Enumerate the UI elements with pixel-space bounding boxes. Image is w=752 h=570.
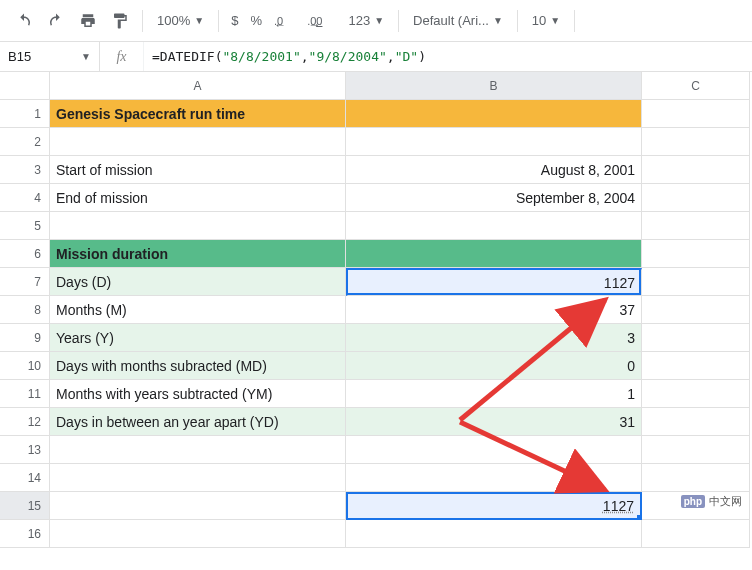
- chevron-down-icon: ▼: [493, 15, 503, 26]
- formula-arg2: "9/8/2004": [309, 49, 387, 64]
- cell-a6[interactable]: Mission duration: [50, 240, 346, 268]
- cell-a4[interactable]: End of mission: [50, 184, 346, 212]
- cell-a7[interactable]: Days (D): [50, 268, 346, 296]
- row-header[interactable]: 3: [0, 156, 50, 184]
- formula-input[interactable]: = DATEDIF ( "8/8/2001" , "9/8/2004" , "D…: [144, 42, 752, 71]
- cell-b10[interactable]: 0: [346, 352, 642, 380]
- cell-c1[interactable]: [642, 100, 750, 128]
- formula-comma: ,: [387, 49, 395, 64]
- cell-c5[interactable]: [642, 212, 750, 240]
- redo-button[interactable]: [42, 7, 70, 35]
- cell-b9[interactable]: 3: [346, 324, 642, 352]
- cell-b12[interactable]: 31: [346, 408, 642, 436]
- format-123-label: 123: [348, 13, 370, 28]
- cell-a9[interactable]: Years (Y): [50, 324, 346, 352]
- cell-c12[interactable]: [642, 408, 750, 436]
- selection-handle[interactable]: [637, 515, 642, 520]
- row-header[interactable]: 7: [0, 268, 50, 296]
- cell-b5[interactable]: [346, 212, 642, 240]
- row-header[interactable]: 9: [0, 324, 50, 352]
- column-header-b[interactable]: B: [346, 72, 642, 100]
- cell-a13[interactable]: [50, 436, 346, 464]
- cell-a2[interactable]: [50, 128, 346, 156]
- formula-arg3: "D": [395, 49, 418, 64]
- formula-eq: =: [152, 49, 160, 64]
- cell-c6[interactable]: [642, 240, 750, 268]
- format-currency-button[interactable]: $: [227, 13, 242, 28]
- separator: [398, 10, 399, 32]
- cell-a3[interactable]: Start of mission: [50, 156, 346, 184]
- cell-c3[interactable]: [642, 156, 750, 184]
- cell-c7[interactable]: [642, 268, 750, 296]
- row-header[interactable]: 1: [0, 100, 50, 128]
- cell-b16[interactable]: [346, 520, 642, 548]
- cell-c13[interactable]: [642, 436, 750, 464]
- font-selector[interactable]: Default (Ari... ▼: [407, 13, 509, 28]
- cell-b4[interactable]: September 8, 2004: [346, 184, 642, 212]
- row-header[interactable]: 8: [0, 296, 50, 324]
- row-header[interactable]: 5: [0, 212, 50, 240]
- row-header[interactable]: 13: [0, 436, 50, 464]
- cell-b14[interactable]: [346, 464, 642, 492]
- more-formats-button[interactable]: 123 ▼: [342, 13, 390, 28]
- row-header[interactable]: 11: [0, 380, 50, 408]
- column-header-a[interactable]: A: [50, 72, 346, 100]
- format-percent-button[interactable]: %: [246, 13, 266, 28]
- print-button[interactable]: [74, 7, 102, 35]
- cell-b6[interactable]: [346, 240, 642, 268]
- cell-c11[interactable]: [642, 380, 750, 408]
- name-box[interactable]: B15 ▼: [0, 42, 100, 71]
- row-header[interactable]: 10: [0, 352, 50, 380]
- cell-a1[interactable]: Genesis Spacecraft run time: [50, 100, 346, 128]
- cell-a15[interactable]: [50, 492, 346, 520]
- cell-a12[interactable]: Days in between an year apart (YD): [50, 408, 346, 436]
- separator: [517, 10, 518, 32]
- cell-a8[interactable]: Months (M): [50, 296, 346, 324]
- cell-b2[interactable]: [346, 128, 642, 156]
- paint-format-button[interactable]: [106, 7, 134, 35]
- row-header[interactable]: 6: [0, 240, 50, 268]
- chevron-down-icon: ▼: [194, 15, 204, 26]
- cell-a11[interactable]: Months with years subtracted (YM): [50, 380, 346, 408]
- watermark-logo: php: [681, 495, 705, 508]
- cell-b1[interactable]: [346, 100, 642, 128]
- row-header[interactable]: 12: [0, 408, 50, 436]
- formula-comma: ,: [301, 49, 309, 64]
- cell-a14[interactable]: [50, 464, 346, 492]
- spreadsheet-grid: A B C 1 Genesis Spacecraft run time 2 3 …: [0, 72, 752, 548]
- cell-b8[interactable]: 37: [346, 296, 642, 324]
- cell-a10[interactable]: Days with months subracted (MD): [50, 352, 346, 380]
- font-name: Default (Ari...: [413, 13, 489, 28]
- separator: [218, 10, 219, 32]
- cell-c4[interactable]: [642, 184, 750, 212]
- cell-b11[interactable]: 1: [346, 380, 642, 408]
- cell-c16[interactable]: [642, 520, 750, 548]
- cell-b7[interactable]: 1127: [346, 268, 642, 296]
- cell-c14[interactable]: [642, 464, 750, 492]
- decrease-decimal-button[interactable]: .0←: [270, 13, 299, 28]
- cell-c8[interactable]: [642, 296, 750, 324]
- cell-b13[interactable]: [346, 436, 642, 464]
- undo-button[interactable]: [10, 7, 38, 35]
- row-header[interactable]: 2: [0, 128, 50, 156]
- row-header[interactable]: 15: [0, 492, 50, 520]
- fx-icon: fx: [100, 42, 144, 71]
- formula-close: ): [418, 49, 426, 64]
- font-size-selector[interactable]: 10 ▼: [526, 13, 566, 28]
- row-header[interactable]: 14: [0, 464, 50, 492]
- row-header[interactable]: 16: [0, 520, 50, 548]
- cell-a16[interactable]: [50, 520, 346, 548]
- cell-b15[interactable]: 1127: [346, 492, 642, 520]
- select-all-corner[interactable]: [0, 72, 50, 100]
- cell-b3[interactable]: August 8, 2001: [346, 156, 642, 184]
- cell-c2[interactable]: [642, 128, 750, 156]
- zoom-selector[interactable]: 100% ▼: [151, 13, 210, 28]
- cell-a5[interactable]: [50, 212, 346, 240]
- cell-b15-value: 1127: [603, 498, 634, 514]
- row-header[interactable]: 4: [0, 184, 50, 212]
- increase-decimal-button[interactable]: .00→: [303, 13, 338, 28]
- column-header-c[interactable]: C: [642, 72, 750, 100]
- cell-c10[interactable]: [642, 352, 750, 380]
- separator: [574, 10, 575, 32]
- cell-c9[interactable]: [642, 324, 750, 352]
